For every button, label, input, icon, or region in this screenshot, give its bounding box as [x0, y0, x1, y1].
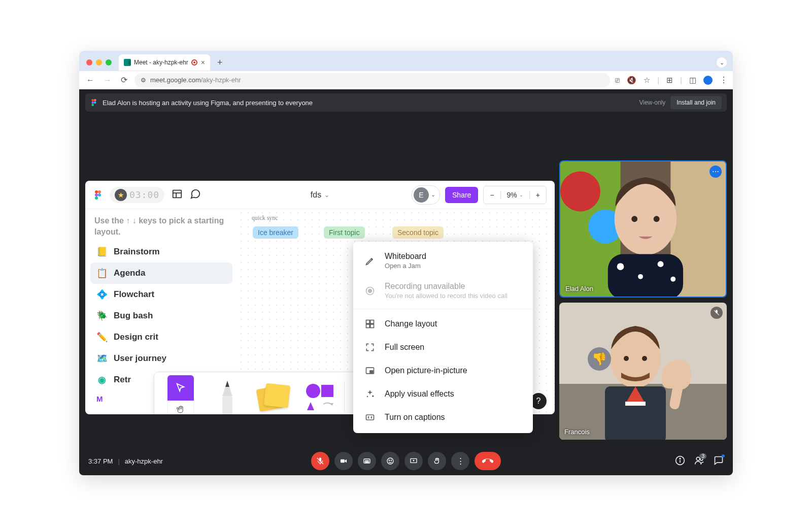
meeting-details-button[interactable] [675, 455, 685, 467]
svg-point-27 [368, 289, 372, 292]
raise-hand-button[interactable] [428, 452, 446, 470]
pen-icon [216, 379, 239, 414]
close-tab-icon[interactable]: × [201, 58, 205, 67]
sticky-icon [257, 382, 291, 412]
present-button[interactable] [404, 452, 423, 470]
browser-window: Meet - aky-hzpk-ehr × + ⌄ ← → ⟳ ⚙ meet.g… [79, 51, 733, 475]
install-join-button[interactable]: Install and join [670, 96, 722, 109]
menu-item-title: Open picture-in-picture [385, 366, 467, 375]
cc-icon [364, 412, 376, 423]
meeting-info[interactable]: 3:37 PM | aky-hzpk-ehr [88, 457, 163, 465]
canvas-pill-first-topic[interactable]: First topic [324, 226, 365, 239]
participant-name: Elad Alon [565, 285, 593, 292]
pen-tool[interactable] [204, 372, 251, 414]
camera-button[interactable] [334, 452, 353, 470]
panel-layout-icon[interactable] [172, 188, 183, 202]
menu-item-title: Apply visual effects [385, 389, 454, 399]
browser-menu-icon[interactable]: ⋮ [720, 75, 728, 85]
template-icon: 📒 [96, 246, 108, 257]
svg-point-66 [389, 460, 389, 461]
document-title[interactable]: fds ⌄ [311, 190, 329, 200]
template-icon: 🪲 [96, 310, 108, 321]
svg-point-4 [91, 102, 94, 104]
chat-button[interactable] [714, 455, 724, 467]
layout-hint: Use the ↑ ↓ keys to pick a starting layo… [90, 215, 232, 241]
canvas-pill-second-topic[interactable]: Second topic [392, 226, 444, 239]
svg-marker-22 [307, 402, 314, 410]
new-tab-button[interactable]: + [214, 57, 226, 68]
select-tool[interactable] [157, 372, 204, 414]
menu-item-whiteboard[interactable]: WhiteboardOpen a Jam [353, 246, 533, 276]
extensions-icon[interactable]: ⊞ [666, 76, 673, 85]
svg-marker-62 [345, 459, 347, 463]
zoom-level[interactable]: 9%⌄ [500, 191, 529, 199]
canvas-pill-ice-breaker[interactable]: Ice breaker [253, 226, 298, 239]
menu-item-open-picture-in-picture[interactable]: Open picture-in-picture [353, 359, 533, 382]
template-flowchart[interactable]: 💠Flowchart [90, 284, 232, 305]
pip-icon [364, 365, 376, 376]
cast-icon[interactable]: ⎚ [615, 76, 620, 84]
mute-tab-icon[interactable]: 🔇 [627, 76, 636, 85]
shape-tool[interactable] [297, 372, 344, 414]
back-button[interactable]: ← [84, 75, 96, 86]
participant-tile-elad[interactable]: ⋯ Elad Alon [559, 160, 727, 298]
hand-icon [176, 405, 186, 415]
url-path: /aky-hzpk-ehr [201, 76, 241, 84]
svg-point-44 [654, 216, 660, 222]
captions-button[interactable]: CC [358, 452, 376, 470]
user-avatar[interactable]: E [414, 187, 429, 203]
meet-favicon-icon [124, 59, 131, 66]
comment-icon[interactable] [190, 188, 201, 202]
share-button[interactable]: Share [445, 187, 478, 203]
menu-item-turn-on-captions[interactable]: Turn on captions [353, 406, 533, 429]
menu-item-subtitle: Open a Jam [385, 262, 426, 270]
meet-bottom-bar: 3:37 PM | aky-hzpk-ehr CC ⋮ 3 [79, 451, 733, 471]
svg-point-65 [387, 458, 393, 464]
minimize-window-icon[interactable] [96, 59, 102, 65]
svg-point-6 [91, 104, 94, 106]
profile-avatar-icon[interactable] [703, 76, 713, 85]
chevron-down-icon[interactable]: ⌄ [431, 191, 435, 198]
participant-grid: ⋯ Elad Alon 👎 [559, 160, 727, 440]
mic-button[interactable] [311, 452, 329, 470]
sticky-note-tool[interactable] [251, 372, 297, 414]
site-info-icon[interactable]: ⚙ [141, 77, 146, 84]
menu-item-full-screen[interactable]: Full screen [353, 336, 533, 359]
tile-options-icon[interactable]: ⋯ [709, 166, 722, 178]
clock: 3:37 PM [88, 457, 113, 465]
leave-call-button[interactable] [475, 452, 501, 470]
figma-logo-icon[interactable] [93, 190, 103, 200]
template-user-journey[interactable]: 🗺️User journey [90, 348, 232, 369]
timer-widget[interactable]: ★ 03:00 [110, 187, 164, 203]
menu-item-change-layout[interactable]: Change layout [353, 312, 533, 336]
template-brainstorm[interactable]: 📒Brainstorm [90, 241, 232, 262]
svg-point-20 [306, 384, 320, 398]
more-options-button[interactable]: ⋮ [451, 452, 469, 470]
menu-item-apply-visual-effects[interactable]: Apply visual effects [353, 382, 533, 406]
forward-button[interactable]: → [101, 75, 114, 86]
close-window-icon[interactable] [86, 59, 92, 65]
shapes-icon [303, 382, 339, 412]
template-icon: ◉ [96, 374, 108, 385]
browser-tab[interactable]: Meet - aky-hzpk-ehr × [119, 54, 210, 71]
maximize-window-icon[interactable] [106, 59, 112, 65]
url-field[interactable]: ⚙ meet.google.com/aky-hzpk-ehr [134, 73, 610, 87]
reload-button[interactable]: ⟳ [119, 74, 129, 86]
template-design-crit[interactable]: ✏️Design crit [90, 326, 232, 348]
tab-list-button[interactable]: ⌄ [717, 57, 727, 68]
svg-rect-33 [370, 371, 373, 373]
bookmark-icon[interactable]: ☆ [644, 76, 650, 85]
template-bug-bash[interactable]: 🪲Bug bash [90, 305, 232, 326]
participant-tile-francois[interactable]: 👎 Francois [559, 303, 727, 440]
template-agenda[interactable]: 📋Agenda [90, 262, 232, 284]
svg-point-67 [391, 460, 391, 461]
people-button[interactable]: 3 [694, 455, 704, 467]
zoom-out-button[interactable]: − [484, 191, 500, 199]
svg-text:★: ★ [118, 191, 124, 199]
template-icon: 🗺️ [96, 353, 108, 364]
reactions-button[interactable] [381, 452, 399, 470]
recording-indicator-icon [191, 59, 197, 65]
right-panel-controls: 3 [675, 455, 724, 467]
zoom-in-button[interactable]: + [529, 191, 546, 199]
sidepanel-icon[interactable]: ◫ [689, 76, 696, 85]
